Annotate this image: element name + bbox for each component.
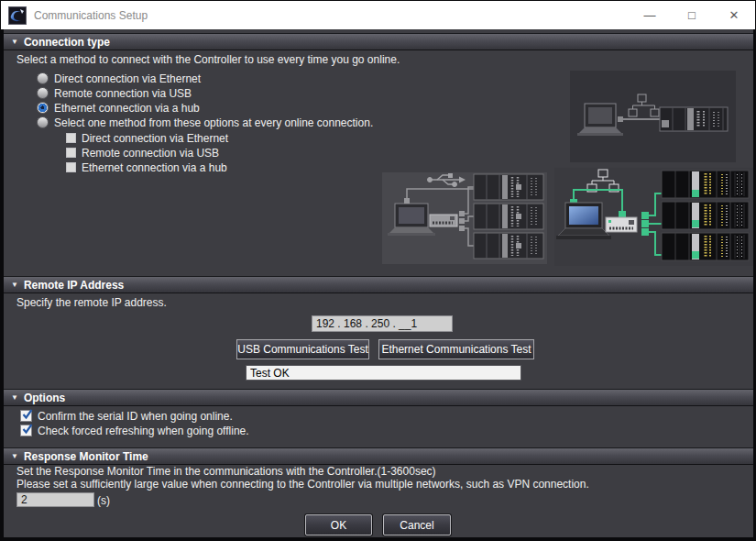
radio-label: Select one method from these options at … xyxy=(54,116,373,129)
radio-icon[interactable] xyxy=(37,72,49,84)
checkbox-label: Confirm the serial ID when going online. xyxy=(38,410,233,423)
ok-button[interactable]: OK xyxy=(305,514,372,535)
remote-ip-input[interactable] xyxy=(312,315,453,332)
controller-icon xyxy=(662,202,749,229)
section-title: Connection type xyxy=(24,36,110,49)
titlebar: Communications Setup — □ ✕ xyxy=(1,1,755,29)
ethernet-communications-test-button[interactable]: Ethernet Communications Test xyxy=(378,339,534,359)
maximize-button[interactable]: □ xyxy=(671,1,713,29)
collapse-arrow-icon: ▼ xyxy=(11,393,18,402)
checkbox-label: Remote connection via USB xyxy=(82,147,219,160)
controller-icon xyxy=(474,174,543,259)
section-title: Options xyxy=(24,392,65,404)
section-title: Response Monitor Time xyxy=(24,450,148,463)
sysmac-studio-icon xyxy=(8,6,27,25)
radio-icon[interactable] xyxy=(37,87,49,99)
suboption-direct-ethernet[interactable]: Direct connection via Ethernet xyxy=(66,131,228,145)
suboption-ethernet-hub[interactable]: Ethernet connection via a hub xyxy=(66,160,227,174)
response-monitor-time-input[interactable] xyxy=(16,492,94,507)
checkbox-icon[interactable] xyxy=(66,133,76,143)
response-monitor-line1: Set the Response Monitor Time in the com… xyxy=(16,465,436,478)
response-monitor-line2: Please set a sufficiently large value wh… xyxy=(16,478,589,491)
radio-label: Ethernet connection via a hub xyxy=(54,102,200,115)
controller-icon xyxy=(662,171,749,198)
diagram-ethernet-hub xyxy=(554,168,753,266)
connection-type-intro: Select a method to connect with the Cont… xyxy=(16,53,400,66)
checked-checkbox-icon[interactable] xyxy=(20,425,32,436)
seconds-unit-label: (s) xyxy=(97,494,110,507)
radio-icon[interactable] xyxy=(37,116,49,128)
section-header-response-monitor-time[interactable]: ▼ Response Monitor Time xyxy=(4,447,753,465)
laptop-icon xyxy=(577,104,623,136)
section-title: Remote IP Address xyxy=(24,279,124,292)
checkbox-confirm-serial-id[interactable]: Confirm the serial ID when going online. xyxy=(20,409,233,423)
checkbox-icon[interactable] xyxy=(66,162,76,172)
checkbox-forced-refreshing[interactable]: Check forced refreshing when going offli… xyxy=(20,424,249,437)
radio-ethernet-hub[interactable]: Ethernet connection via a hub xyxy=(37,101,200,115)
diagram-remote-usb xyxy=(382,172,547,264)
minimize-button[interactable]: — xyxy=(629,1,671,29)
checkbox-label: Check forced refreshing when going offli… xyxy=(38,425,249,437)
diagram-direct-ethernet xyxy=(570,71,736,162)
radio-select-each-time[interactable]: Select one method from these options at … xyxy=(37,116,373,129)
remote-ip-intro: Specify the remote IP address. xyxy=(16,296,167,309)
test-result-field[interactable] xyxy=(246,365,521,381)
controller-icon xyxy=(660,107,728,131)
collapse-arrow-icon: ▼ xyxy=(11,281,18,289)
section-header-connection-type[interactable]: ▼ Connection type xyxy=(4,33,753,50)
suboption-remote-usb[interactable]: Remote connection via USB xyxy=(66,146,219,160)
laptop-icon xyxy=(388,204,435,236)
checked-checkbox-icon[interactable] xyxy=(20,410,32,422)
checkbox-label: Direct connection via Ethernet xyxy=(82,132,228,145)
controller-icon xyxy=(662,233,749,260)
close-button[interactable]: ✕ xyxy=(713,1,755,29)
checkbox-label: Ethernet connection via a hub xyxy=(82,161,227,174)
cancel-button[interactable]: Cancel xyxy=(383,514,451,535)
section-header-remote-ip[interactable]: ▼ Remote IP Address xyxy=(4,276,753,293)
radio-remote-usb[interactable]: Remote connection via USB xyxy=(37,86,192,100)
radio-label: Remote connection via USB xyxy=(54,87,192,100)
window-controls: — □ ✕ xyxy=(629,1,755,29)
window-title: Communications Setup xyxy=(34,9,148,22)
radio-label: Direct connection via Ethernet xyxy=(54,72,201,85)
radio-selected-icon[interactable] xyxy=(37,102,49,114)
checkbox-icon[interactable] xyxy=(66,148,76,158)
collapse-arrow-icon: ▼ xyxy=(11,38,18,46)
usb-communications-test-button[interactable]: USB Communications Test xyxy=(236,339,369,359)
section-header-options[interactable]: ▼ Options xyxy=(4,389,753,406)
collapse-arrow-icon: ▼ xyxy=(11,452,18,460)
hub-icon xyxy=(606,217,637,232)
communications-setup-dialog: Communications Setup — □ ✕ ▼ Connection … xyxy=(0,0,756,541)
radio-direct-ethernet[interactable]: Direct connection via Ethernet xyxy=(37,72,201,85)
hub-icon xyxy=(430,215,457,226)
